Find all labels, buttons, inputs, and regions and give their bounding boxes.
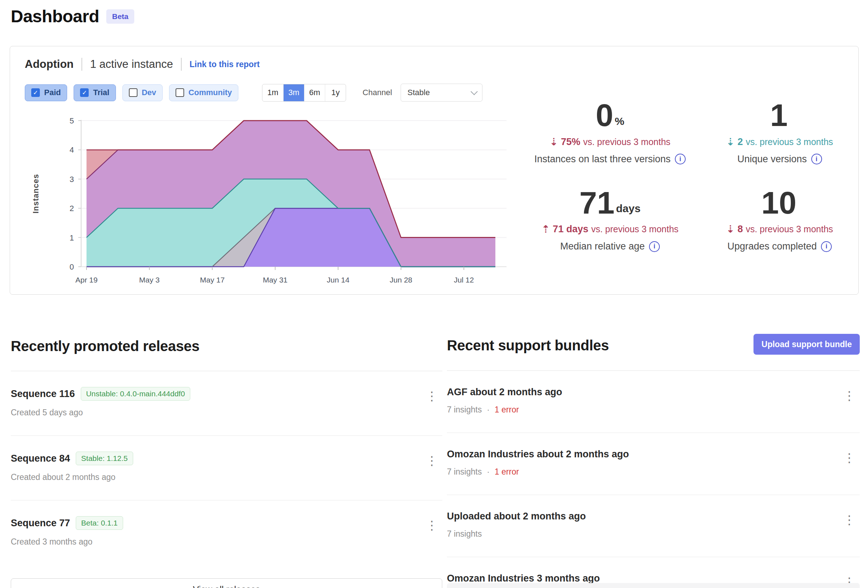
info-icon[interactable]: i: [649, 241, 660, 252]
releases-heading: Recently promoted releases: [11, 338, 442, 354]
x-tick-label: Jun 14: [327, 276, 349, 284]
down-arrow-icon: ⇣: [726, 136, 734, 148]
dot-separator: ·: [487, 467, 490, 477]
upload-support-bundle-button[interactable]: Upload support bundle: [753, 334, 860, 355]
release-created: Created about 2 months ago: [11, 473, 442, 482]
filter-chip-label: Dev: [142, 88, 156, 97]
filter-chip-dev[interactable]: Dev: [123, 84, 162, 101]
stat-value: 10: [762, 188, 797, 218]
range-3m[interactable]: 3m: [283, 84, 304, 101]
down-arrow-icon: ⇣: [549, 136, 558, 148]
stat-value: 0: [596, 100, 613, 130]
bundle-insights: 7 insights: [447, 467, 482, 477]
releases-section: Recently promoted releases Sequence 116 …: [11, 338, 442, 588]
filter-chip-trial[interactable]: ✓ Trial: [74, 84, 115, 101]
range-1m[interactable]: 1m: [263, 84, 283, 101]
bundle-title[interactable]: Omozan Industries 3 months ago: [447, 573, 600, 584]
stat-upgrades-completed: 10 ⇣ 8 vs. previous 3 months Upgrades co…: [695, 188, 865, 253]
release-row-sequence-116: Sequence 116 Unstable: 0.4.0-main.444ddf…: [11, 371, 442, 436]
checkbox-checked-icon[interactable]: ✓: [80, 88, 89, 97]
support-bundles-section: Recent support bundles Upload support bu…: [447, 334, 860, 588]
release-channel-badge: Stable: 1.12.5: [76, 452, 133, 465]
page-header: Dashboard Beta: [11, 6, 134, 26]
page-title: Dashboard: [11, 6, 99, 26]
adoption-card: Adoption 1 active instance Link to this …: [10, 46, 859, 295]
stat-value: 1: [770, 100, 788, 130]
checkbox-unchecked-icon[interactable]: [176, 88, 184, 97]
bundle-insights: 7 insights: [447, 405, 482, 415]
filter-row: ✓ Paid ✓ Trial Dev Community 1m 3m 6m 1y…: [25, 84, 483, 102]
stat-label: Unique versions: [737, 154, 807, 165]
bundle-title[interactable]: AGF about 2 months ago: [447, 387, 562, 398]
bundle-row: Omozan Industries about 2 months ago 7 i…: [447, 433, 860, 495]
y-tick-label: 3: [69, 175, 74, 184]
stat-suffix: %: [614, 115, 624, 127]
release-title: Sequence 84: [11, 453, 70, 464]
adoption-card-header: Adoption 1 active instance Link to this …: [25, 58, 260, 71]
bundle-title[interactable]: Omozan Industries about 2 months ago: [447, 449, 629, 460]
up-arrow-icon: ⇡: [541, 223, 549, 235]
view-all-releases-button[interactable]: View all releases: [11, 578, 442, 588]
kebab-menu-icon[interactable]: ⋮: [843, 514, 855, 526]
filter-chip-paid[interactable]: ✓ Paid: [25, 84, 67, 101]
chevron-down-icon: [471, 88, 478, 95]
bundle-errors: 1 error: [495, 467, 519, 477]
release-row-sequence-77: Sequence 77 Beta: 0.1.1 Created 3 months…: [11, 501, 442, 565]
stat-label: Upgrades completed: [727, 241, 817, 252]
divider: [181, 58, 182, 71]
stat-unique-versions: 1 ⇣ 2 vs. previous 3 months Unique versi…: [695, 100, 865, 165]
info-icon[interactable]: i: [821, 241, 832, 252]
time-range-selector: 1m 3m 6m 1y: [262, 84, 346, 102]
release-channel-badge: Unstable: 0.4.0-main.444ddf0: [81, 387, 190, 400]
view-all-bundles-button-cutoff[interactable]: [447, 583, 860, 588]
link-to-report[interactable]: Link to this report: [189, 60, 260, 69]
channel-select[interactable]: Stable: [401, 84, 483, 102]
stat-label: Median relative age: [560, 241, 645, 252]
kebab-menu-icon[interactable]: ⋮: [843, 390, 855, 402]
stat-delta: ⇣ 8 vs. previous 3 months: [726, 223, 833, 235]
info-icon[interactable]: i: [675, 154, 686, 164]
stat-suffix: days: [616, 202, 641, 215]
bundle-insights: 7 insights: [447, 529, 482, 539]
channel-label: Channel: [363, 88, 392, 97]
release-created: Created 3 months ago: [11, 537, 442, 547]
stat-median-relative-age: 71 days ⇡ 71 days vs. previous 3 months …: [525, 188, 695, 253]
stat-delta: ⇣ 75% vs. previous 3 months: [549, 136, 670, 148]
adoption-title: Adoption: [25, 58, 74, 71]
divider: [81, 58, 82, 71]
range-1y[interactable]: 1y: [325, 84, 346, 101]
y-tick-label: 5: [69, 116, 74, 125]
x-tick-label: Jun 28: [390, 276, 412, 284]
y-tick-label: 4: [69, 145, 74, 154]
kebab-menu-icon[interactable]: ⋮: [426, 519, 438, 531]
info-icon[interactable]: i: [811, 154, 822, 164]
beta-badge: Beta: [106, 9, 134, 24]
checkbox-checked-icon[interactable]: ✓: [31, 88, 40, 97]
channel-selected-value: Stable: [407, 88, 430, 97]
release-row-sequence-84: Sequence 84 Stable: 1.12.5 Created about…: [11, 436, 442, 501]
checkbox-unchecked-icon[interactable]: [129, 88, 137, 97]
x-tick-label: May 31: [263, 276, 288, 284]
stat-value: 71: [579, 188, 614, 218]
kebab-menu-icon[interactable]: ⋮: [426, 390, 438, 402]
release-title: Sequence 77: [11, 518, 70, 529]
kebab-menu-icon[interactable]: ⋮: [426, 455, 438, 467]
filter-chip-label: Community: [189, 88, 232, 97]
range-6m[interactable]: 6m: [304, 84, 325, 101]
y-axis-title: Instances: [31, 174, 40, 214]
bundle-title[interactable]: Uploaded about 2 months ago: [447, 511, 586, 522]
filter-chip-community[interactable]: Community: [169, 84, 238, 101]
dot-separator: ·: [487, 405, 490, 415]
kebab-menu-icon[interactable]: ⋮: [843, 452, 855, 464]
x-tick-label: Jul 12: [454, 276, 474, 284]
x-tick-label: May 3: [139, 276, 160, 284]
stat-label: Instances on last three versions: [534, 154, 670, 165]
x-tick-label: Apr 19: [75, 276, 97, 284]
filter-chip-label: Paid: [44, 88, 61, 97]
y-tick-label: 1: [69, 233, 74, 242]
release-title: Sequence 116: [11, 389, 75, 400]
bundle-errors: 1 error: [495, 405, 519, 415]
filter-chip-label: Trial: [93, 88, 109, 97]
bundle-row: Uploaded about 2 months ago 7 insights ⋮: [447, 495, 860, 557]
stat-delta: ⇣ 2 vs. previous 3 months: [726, 136, 833, 148]
